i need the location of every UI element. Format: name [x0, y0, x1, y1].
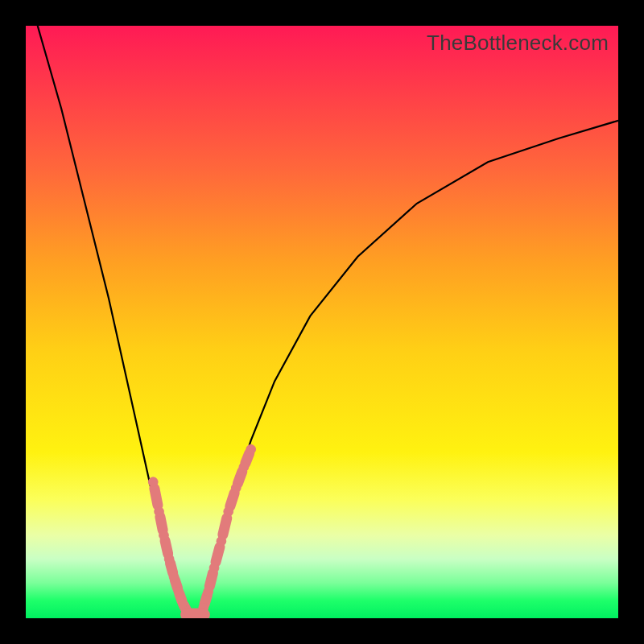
svg-point-0: [148, 477, 158, 487]
svg-point-3: [164, 555, 174, 564]
svg-point-10: [209, 564, 219, 573]
svg-point-4: [169, 572, 179, 582]
svg-point-15: [246, 444, 256, 454]
chart-frame: TheBottleneck.com: [0, 0, 644, 644]
svg-point-9: [204, 587, 213, 597]
highlight-beads-right: [199, 444, 256, 612]
svg-point-5: [174, 587, 184, 597]
svg-point-1: [155, 507, 164, 517]
chart-svg: [26, 26, 618, 618]
svg-point-14: [239, 462, 249, 472]
svg-point-11: [217, 536, 226, 546]
bottleneck-curve: [38, 26, 618, 616]
highlight-beads-left: [148, 477, 192, 616]
svg-point-2: [159, 530, 169, 540]
svg-point-13: [231, 483, 241, 493]
svg-point-12: [224, 507, 233, 517]
plot-gradient-background: TheBottleneck.com: [26, 26, 618, 618]
